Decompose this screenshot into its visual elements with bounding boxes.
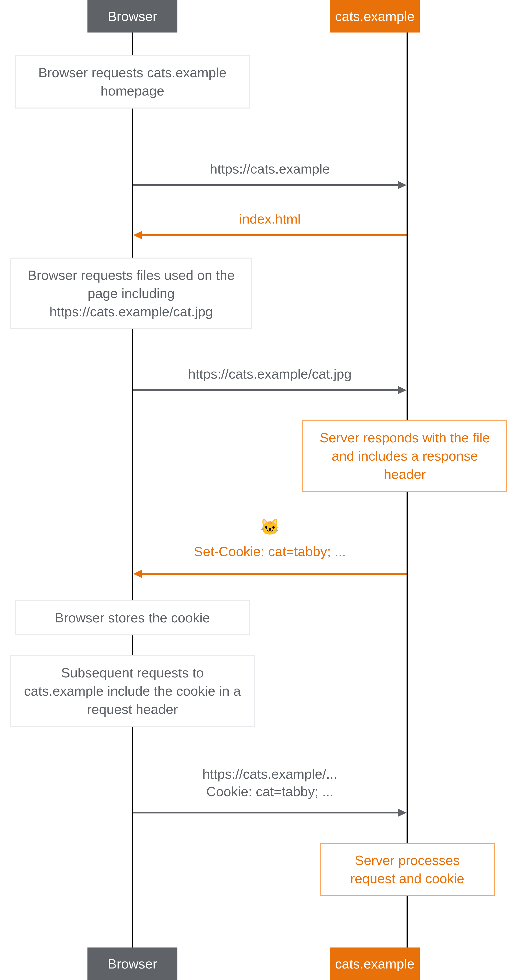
arrow-request-catjpg: [133, 385, 407, 395]
arrow-request-homepage: [133, 180, 407, 190]
note-browser-stores-cookie: Browser stores the cookie: [15, 600, 250, 635]
participant-server-top: cats.example: [330, 0, 420, 32]
cat-emoji-icon: 🐱: [133, 518, 407, 536]
participant-label: cats.example: [335, 956, 415, 972]
note-text: Browser requests cats.example homepage: [38, 65, 227, 98]
svg-marker-1: [398, 181, 407, 189]
arrow-response-setcookie: [133, 569, 407, 579]
arrow-label-line1: https://cats.example/...: [133, 765, 407, 783]
participant-browser-top: Browser: [87, 0, 178, 32]
arrow-label-request-with-cookie: https://cats.example/... Cookie: cat=tab…: [133, 765, 407, 800]
svg-marker-7: [133, 570, 142, 578]
svg-marker-3: [133, 231, 142, 239]
arrow-label-set-cookie: Set-Cookie: cat=tabby; ...: [133, 542, 407, 560]
participant-label: cats.example: [335, 8, 415, 24]
arrow-response-index: [133, 230, 407, 240]
note-server-responds-header: Server responds with the file and includ…: [302, 420, 507, 492]
note-browser-requests-files: Browser requests files used on the page …: [10, 258, 252, 329]
note-text: Browser requests files used on the page …: [28, 267, 235, 319]
note-text: Server responds with the file and includ…: [320, 430, 490, 482]
note-text: Subsequent requests to cats.example incl…: [24, 665, 241, 717]
arrow-label-index-html: index.html: [133, 210, 407, 228]
note-subsequent-requests: Subsequent requests to cats.example incl…: [10, 655, 255, 727]
participant-label: Browser: [108, 956, 157, 972]
arrow-request-with-cookie: [133, 808, 407, 818]
participant-label: Browser: [108, 8, 157, 24]
participant-browser-bottom: Browser: [87, 948, 178, 980]
svg-marker-5: [398, 386, 407, 394]
arrow-label-request-homepage: https://cats.example: [133, 160, 407, 178]
note-text: Server processes request and cookie: [350, 853, 464, 886]
sequence-diagram: Browser cats.example Browser requests ca…: [0, 0, 512, 980]
arrow-label-request-catjpg: https://cats.example/cat.jpg: [133, 365, 407, 383]
svg-marker-9: [398, 809, 407, 817]
note-browser-requests-homepage: Browser requests cats.example homepage: [15, 55, 250, 108]
note-text: Browser stores the cookie: [55, 610, 210, 625]
note-server-processes: Server processes request and cookie: [320, 843, 495, 896]
arrow-label-line2: Cookie: cat=tabby; ...: [133, 783, 407, 800]
participant-server-bottom: cats.example: [330, 948, 420, 980]
